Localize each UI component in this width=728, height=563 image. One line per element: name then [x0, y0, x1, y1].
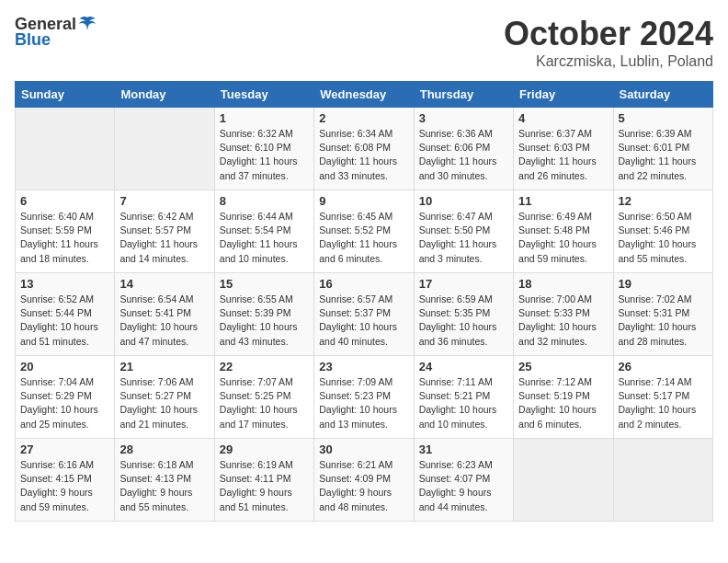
day-number: 29 [220, 442, 309, 456]
calendar-cell: 6Sunrise: 6:40 AMSunset: 5:59 PMDaylight… [16, 190, 115, 273]
calendar-cell: 25Sunrise: 7:12 AMSunset: 5:19 PMDayligh… [514, 356, 613, 439]
calendar-week-row: 20Sunrise: 7:04 AMSunset: 5:29 PMDayligh… [16, 356, 713, 439]
day-number: 6 [20, 194, 109, 208]
month-title: October 2024 [504, 15, 713, 53]
day-number: 5 [619, 111, 708, 125]
day-info: Sunrise: 6:54 AMSunset: 5:41 PMDaylight:… [119, 293, 209, 349]
calendar-cell: 24Sunrise: 7:11 AMSunset: 5:21 PMDayligh… [414, 356, 513, 439]
day-number: 30 [319, 442, 408, 456]
day-number: 22 [220, 360, 309, 373]
calendar-cell: 11Sunrise: 6:49 AMSunset: 5:48 PMDayligh… [514, 190, 613, 273]
day-info: Sunrise: 6:36 AMSunset: 6:06 PMDaylight:… [419, 127, 508, 183]
day-info: Sunrise: 7:14 AMSunset: 5:17 PMDaylight:… [619, 375, 708, 431]
day-info: Sunrise: 6:50 AMSunset: 5:46 PMDaylight:… [619, 210, 708, 266]
calendar-cell: 17Sunrise: 6:59 AMSunset: 5:35 PMDayligh… [414, 273, 513, 356]
header-monday: Monday [115, 82, 214, 108]
day-info: Sunrise: 6:59 AMSunset: 5:35 PMDaylight:… [419, 293, 508, 349]
calendar-header-row: Sunday Monday Tuesday Wednesday Thursday… [16, 82, 713, 108]
day-info: Sunrise: 6:18 AMSunset: 4:13 PMDaylight:… [119, 458, 209, 514]
calendar-week-row: 27Sunrise: 6:16 AMSunset: 4:15 PMDayligh… [16, 439, 713, 522]
calendar-cell: 7Sunrise: 6:42 AMSunset: 5:57 PMDaylight… [115, 190, 214, 273]
calendar-table: Sunday Monday Tuesday Wednesday Thursday… [15, 81, 713, 522]
day-info: Sunrise: 6:34 AMSunset: 6:08 PMDaylight:… [319, 127, 408, 183]
calendar-cell: 21Sunrise: 7:06 AMSunset: 5:27 PMDayligh… [115, 356, 214, 439]
day-number: 7 [119, 194, 209, 208]
day-info: Sunrise: 6:21 AMSunset: 4:09 PMDaylight:… [319, 458, 408, 514]
calendar-cell: 19Sunrise: 7:02 AMSunset: 5:31 PMDayligh… [613, 273, 712, 356]
day-info: Sunrise: 6:39 AMSunset: 6:01 PMDaylight:… [619, 127, 708, 183]
day-info: Sunrise: 7:04 AMSunset: 5:29 PMDaylight:… [20, 375, 109, 431]
day-number: 3 [419, 111, 508, 125]
day-info: Sunrise: 7:02 AMSunset: 5:31 PMDaylight:… [619, 293, 708, 349]
day-number: 15 [220, 277, 309, 291]
day-info: Sunrise: 6:23 AMSunset: 4:07 PMDaylight:… [419, 458, 508, 514]
day-info: Sunrise: 6:47 AMSunset: 5:50 PMDaylight:… [419, 210, 508, 266]
day-info: Sunrise: 7:06 AMSunset: 5:27 PMDaylight:… [119, 375, 209, 431]
calendar-week-row: 6Sunrise: 6:40 AMSunset: 5:59 PMDaylight… [16, 190, 713, 273]
day-info: Sunrise: 6:52 AMSunset: 5:44 PMDaylight:… [20, 293, 109, 349]
day-number: 11 [518, 194, 608, 208]
day-info: Sunrise: 6:19 AMSunset: 4:11 PMDaylight:… [220, 458, 309, 514]
day-info: Sunrise: 6:40 AMSunset: 5:59 PMDaylight:… [20, 210, 109, 266]
calendar-cell: 18Sunrise: 7:00 AMSunset: 5:33 PMDayligh… [514, 273, 613, 356]
day-number: 4 [518, 111, 608, 125]
day-number: 28 [119, 442, 209, 456]
calendar-cell [16, 108, 115, 190]
day-number: 23 [319, 360, 408, 373]
day-number: 12 [619, 194, 708, 208]
day-info: Sunrise: 6:57 AMSunset: 5:37 PMDaylight:… [319, 293, 408, 349]
day-number: 1 [220, 111, 309, 125]
day-info: Sunrise: 6:45 AMSunset: 5:52 PMDaylight:… [319, 210, 408, 266]
calendar-cell: 16Sunrise: 6:57 AMSunset: 5:37 PMDayligh… [314, 273, 414, 356]
calendar-cell: 20Sunrise: 7:04 AMSunset: 5:29 PMDayligh… [16, 356, 115, 439]
day-info: Sunrise: 7:07 AMSunset: 5:25 PMDaylight:… [220, 375, 309, 431]
calendar-cell: 5Sunrise: 6:39 AMSunset: 6:01 PMDaylight… [613, 108, 712, 190]
day-info: Sunrise: 7:00 AMSunset: 5:33 PMDaylight:… [518, 293, 608, 349]
day-number: 27 [20, 442, 109, 456]
calendar-cell: 1Sunrise: 6:32 AMSunset: 6:10 PMDaylight… [214, 108, 313, 190]
location: Karczmiska, Lublin, Poland [504, 53, 713, 70]
day-info: Sunrise: 6:55 AMSunset: 5:39 PMDaylight:… [220, 293, 309, 349]
day-info: Sunrise: 7:12 AMSunset: 5:19 PMDaylight:… [518, 375, 608, 431]
calendar-cell: 4Sunrise: 6:37 AMSunset: 6:03 PMDaylight… [514, 108, 613, 190]
logo-bird-icon [77, 14, 97, 34]
day-number: 26 [619, 360, 708, 373]
day-number: 9 [319, 194, 408, 208]
calendar-cell: 31Sunrise: 6:23 AMSunset: 4:07 PMDayligh… [414, 439, 513, 522]
day-info: Sunrise: 6:32 AMSunset: 6:10 PMDaylight:… [220, 127, 309, 183]
day-info: Sunrise: 7:09 AMSunset: 5:23 PMDaylight:… [319, 375, 408, 431]
day-number: 10 [419, 194, 508, 208]
calendar-cell: 2Sunrise: 6:34 AMSunset: 6:08 PMDaylight… [314, 108, 414, 190]
calendar-week-row: 1Sunrise: 6:32 AMSunset: 6:10 PMDaylight… [16, 108, 713, 190]
logo-blue-text: Blue [15, 30, 51, 50]
day-number: 19 [619, 277, 708, 291]
day-info: Sunrise: 6:37 AMSunset: 6:03 PMDaylight:… [518, 127, 608, 183]
calendar-cell: 14Sunrise: 6:54 AMSunset: 5:41 PMDayligh… [115, 273, 214, 356]
calendar-cell: 23Sunrise: 7:09 AMSunset: 5:23 PMDayligh… [314, 356, 414, 439]
title-block: October 2024 Karczmiska, Lublin, Poland [504, 15, 713, 70]
header-sunday: Sunday [16, 82, 115, 108]
header-friday: Friday [514, 82, 613, 108]
page-header: General Blue October 2024 Karczmiska, Lu… [15, 15, 713, 70]
calendar-cell: 26Sunrise: 7:14 AMSunset: 5:17 PMDayligh… [613, 356, 712, 439]
header-tuesday: Tuesday [214, 82, 313, 108]
calendar-cell: 30Sunrise: 6:21 AMSunset: 4:09 PMDayligh… [314, 439, 414, 522]
day-number: 31 [419, 442, 508, 456]
calendar-cell: 28Sunrise: 6:18 AMSunset: 4:13 PMDayligh… [115, 439, 214, 522]
calendar-cell: 10Sunrise: 6:47 AMSunset: 5:50 PMDayligh… [414, 190, 513, 273]
header-thursday: Thursday [414, 82, 513, 108]
day-info: Sunrise: 6:49 AMSunset: 5:48 PMDaylight:… [518, 210, 608, 266]
day-number: 14 [119, 277, 209, 291]
calendar-cell: 12Sunrise: 6:50 AMSunset: 5:46 PMDayligh… [613, 190, 712, 273]
day-info: Sunrise: 7:11 AMSunset: 5:21 PMDaylight:… [419, 375, 508, 431]
day-number: 2 [319, 111, 408, 125]
calendar-cell: 8Sunrise: 6:44 AMSunset: 5:54 PMDaylight… [214, 190, 313, 273]
day-number: 18 [518, 277, 608, 291]
day-number: 21 [119, 360, 209, 373]
calendar-cell: 29Sunrise: 6:19 AMSunset: 4:11 PMDayligh… [214, 439, 313, 522]
day-number: 13 [20, 277, 109, 291]
day-number: 17 [419, 277, 508, 291]
day-info: Sunrise: 6:42 AMSunset: 5:57 PMDaylight:… [119, 210, 209, 266]
calendar-cell [613, 439, 712, 522]
day-number: 25 [518, 360, 608, 373]
